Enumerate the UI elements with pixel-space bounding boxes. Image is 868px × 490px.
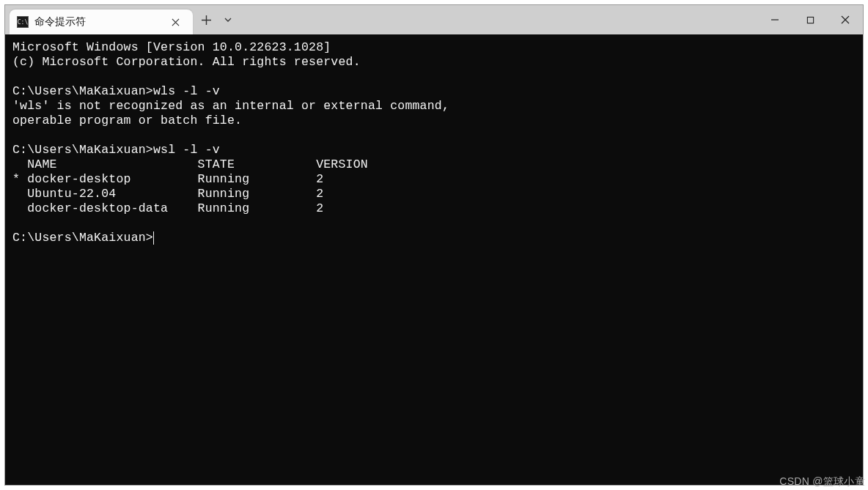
tab-active[interactable]: C:\ 命令提示符 (10, 10, 193, 34)
tab-title: 命令提示符 (34, 15, 159, 29)
command-text: wsl -l -v (153, 143, 220, 157)
title-bar: C:\ 命令提示符 (5, 5, 863, 34)
prompt: C:\Users\MaKaixuan> (12, 143, 153, 157)
terminal-window: C:\ 命令提示符 (4, 4, 864, 486)
wsl-row: docker-desktop-data Running 2 (12, 201, 323, 215)
new-tab-button[interactable] (196, 10, 216, 30)
tab-actions (193, 5, 241, 34)
error-line: operable program or batch file. (12, 114, 242, 127)
wsl-row: Ubuntu-22.04 Running 2 (12, 187, 323, 201)
wsl-header: NAME STATE VERSION (12, 157, 368, 171)
minimize-icon (770, 15, 779, 24)
svg-rect-0 (807, 17, 813, 23)
maximize-icon (806, 16, 814, 24)
banner-line: Microsoft Windows [Version 10.0.22623.10… (12, 40, 331, 54)
close-icon (172, 18, 180, 26)
wsl-row: * docker-desktop Running 2 (12, 172, 323, 186)
terminal-output[interactable]: Microsoft Windows [Version 10.0.22623.10… (5, 34, 863, 485)
banner-line: (c) Microsoft Corporation. All rights re… (12, 55, 361, 69)
close-icon (841, 15, 850, 24)
window-close-button[interactable] (828, 5, 863, 34)
plus-icon (202, 15, 211, 25)
chevron-down-icon (224, 15, 232, 24)
tab-strip: C:\ 命令提示符 (5, 5, 193, 34)
prompt: C:\Users\MaKaixuan> (12, 231, 153, 245)
tab-close-button[interactable] (165, 12, 185, 32)
prompt: C:\Users\MaKaixuan> (12, 84, 153, 98)
command-text: wls -l -v (153, 84, 220, 98)
cursor (153, 231, 155, 245)
cmd-icon: C:\ (17, 16, 29, 28)
maximize-button[interactable] (792, 5, 828, 34)
error-line: 'wls' is not recognized as an internal o… (12, 99, 449, 113)
minimize-button[interactable] (757, 5, 792, 34)
tab-dropdown-button[interactable] (218, 10, 238, 30)
window-controls (757, 5, 863, 34)
